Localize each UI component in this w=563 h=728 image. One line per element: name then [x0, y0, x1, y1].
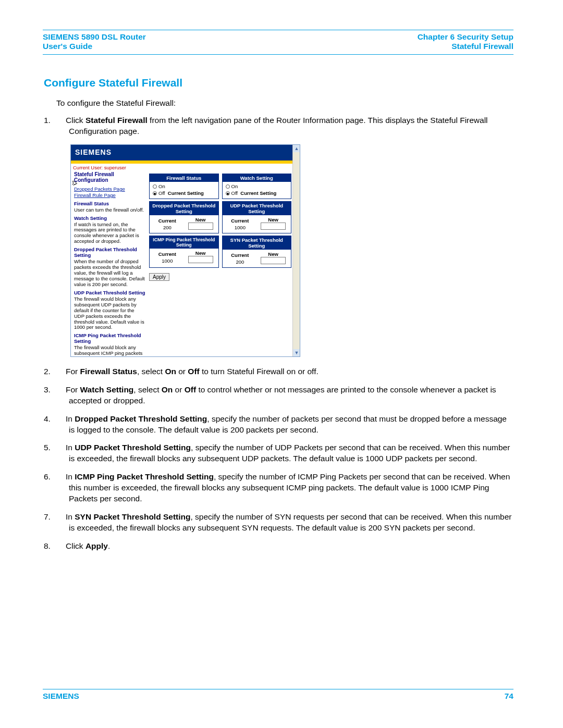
syn-new-input[interactable]: [261, 257, 286, 264]
panel-watch-setting: Watch Setting On Off Current Setting: [222, 174, 292, 200]
sb-d-3: The firewall would block any subsequent …: [74, 297, 146, 331]
icmp-current-value: 1000: [153, 257, 182, 264]
siemens-banner: SIEMENS: [71, 145, 300, 164]
header-right-line1: Chapter 6 Security Setup: [418, 32, 513, 42]
header-right-line2: Stateful Firewall: [418, 42, 513, 51]
intro-text: To configure the Stateful Firewall:: [56, 98, 513, 108]
current-user-label: Current User: superuser: [71, 164, 300, 171]
apply-button[interactable]: Apply: [149, 273, 169, 281]
cursor-icon: ➤: [72, 179, 77, 187]
panel-udp: UDP Packet Threshold Setting Current1000…: [222, 201, 292, 233]
sb-h-4: ICMP Ping Packet Threshold Setting: [74, 332, 146, 344]
config-title: Stateful Firewall Configuration: [74, 171, 146, 183]
udp-current-value: 1000: [226, 224, 255, 230]
sb-d-0: User can turn the firewall on/off.: [74, 207, 146, 213]
step-5: 5.In UDP Packet Threshold Setting, speci…: [56, 442, 513, 464]
panel-syn: SYN Packet Threshold Setting Current200 …: [222, 236, 292, 268]
fs-radio-on[interactable]: On: [153, 183, 215, 190]
udp-new-input[interactable]: [261, 223, 286, 230]
syn-current-value: 200: [226, 258, 255, 265]
page-number: 74: [505, 692, 513, 701]
dropped-current-value: 200: [153, 224, 182, 230]
panel-firewall-status: Firewall Status On Off Current Setting: [149, 174, 219, 200]
ws-radio-on[interactable]: On: [226, 183, 288, 190]
link-dropped-packets[interactable]: Dropped Packets Page: [74, 186, 146, 192]
footer-brand: SIEMENS: [43, 692, 79, 701]
panel-dropped: Dropped Packet Threshold Setting Current…: [149, 201, 219, 233]
header-left-line1: SIEMENS 5890 DSL Router: [43, 32, 146, 42]
step-3: 3.For Watch Setting, select On or Off to…: [56, 385, 513, 406]
sb-d-1: If watch is turned on, the messages are …: [74, 222, 146, 245]
step-4: 4.In Dropped Packet Threshold Setting, s…: [56, 414, 513, 436]
config-main: Firewall Status On Off Current Setting W…: [149, 171, 300, 357]
header-left-line2: User's Guide: [43, 42, 146, 51]
sb-d-4: The firewall would block any subsequent …: [74, 345, 146, 357]
scroll-down-icon[interactable]: ▼: [293, 349, 300, 356]
scroll-up-icon[interactable]: ▲: [293, 145, 300, 152]
step-2: 2.For Firewall Status, select On or Off …: [56, 366, 513, 377]
header-rule-bottom: [43, 54, 513, 55]
steps-list-cont: 2.For Firewall Status, select On or Off …: [56, 366, 513, 552]
header-rule-top: [43, 30, 513, 30]
sb-d-2: When the number of dropped packets excee…: [74, 259, 146, 288]
link-firewall-rule[interactable]: Firewall Rule Page: [74, 192, 146, 199]
section-title: Configure Stateful Firewall: [44, 77, 513, 89]
sb-h-0: Firewall Status: [74, 201, 146, 206]
sb-h-2: Dropped Packet Threshold Setting: [74, 246, 146, 258]
scrollbar[interactable]: ▲ ▼: [292, 145, 300, 356]
step-1: 1.Click Stateful Firewall from the left …: [56, 115, 513, 137]
step-7: 7.In SYN Packet Threshold Setting, speci…: [56, 512, 513, 534]
icmp-new-input[interactable]: [188, 256, 213, 263]
config-sidebar: Stateful Firewall Configuration Dropped …: [71, 171, 149, 357]
sb-h-1: Watch Setting: [74, 215, 146, 221]
step-6: 6.In ICMP Ping Packet Threshold Setting,…: [56, 472, 513, 504]
embedded-screenshot: ➤ SIEMENS Current User: superuser Statef…: [70, 144, 300, 357]
dropped-new-input[interactable]: [188, 223, 213, 230]
panel-icmp: ICMP Ping Packet Threshold Setting Curre…: [149, 236, 219, 268]
sb-h-3: UDP Packet Threshold Setting: [74, 290, 146, 295]
fs-radio-off[interactable]: Off Current Setting: [153, 190, 215, 197]
page-footer: SIEMENS 74: [43, 689, 513, 701]
steps-list: 1.Click Stateful Firewall from the left …: [56, 115, 513, 137]
page-header: SIEMENS 5890 DSL Router User's Guide Cha…: [43, 32, 513, 54]
ws-radio-off[interactable]: Off Current Setting: [226, 190, 288, 197]
step-8: 8.Click Apply.: [56, 541, 513, 552]
